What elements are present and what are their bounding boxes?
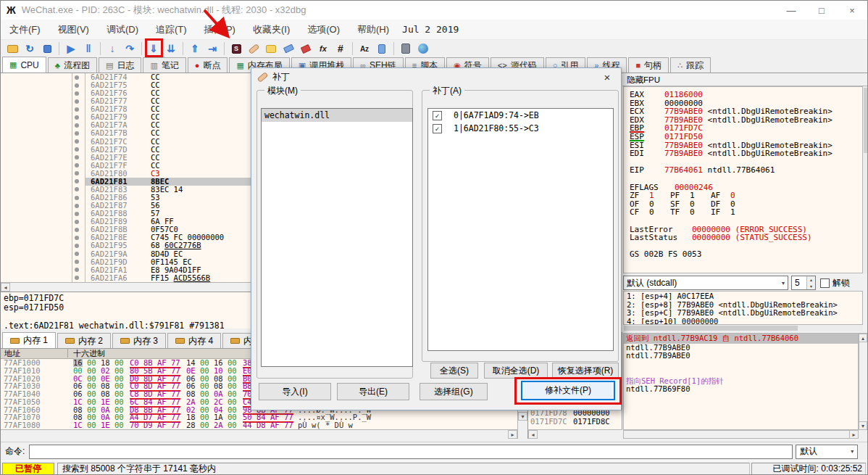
arguments-box[interactable]: 1: [esp+4] A0C17EEA2: [esp+8] 77B9ABE0 <… <box>623 291 863 325</box>
breakpoint-dot-icon[interactable] <box>75 268 79 272</box>
tab-handles[interactable]: ■句柄 <box>628 57 669 73</box>
menu-item-0[interactable]: 文件(F) <box>1 20 49 39</box>
memory-tab-2[interactable]: 内存 2 <box>57 333 111 348</box>
breakpoint-dot-icon[interactable] <box>75 83 79 88</box>
restore-selection-button[interactable]: 恢复选择项(R) <box>552 363 619 379</box>
register-value[interactable]: 01186000 <box>664 91 703 99</box>
register-row[interactable]: EIP77B64061 ntdll.77B64061 <box>630 166 862 175</box>
breakpoint-dot-icon[interactable] <box>75 196 79 200</box>
scroll-down-icon[interactable]: ▾ <box>859 421 867 430</box>
animate-over-icon[interactable]: ⇊ <box>163 41 179 57</box>
register-row[interactable]: EFLAGS00000246 <box>630 183 862 192</box>
breakpoint-dot-icon[interactable] <box>75 75 79 80</box>
detach-icon[interactable]: ⇥ <box>204 41 220 57</box>
menu-item-3[interactable]: 追踪(T) <box>147 20 196 39</box>
registers-vscrollbar[interactable] <box>863 86 868 273</box>
stepper-down-icon[interactable]: ▾ <box>807 283 815 289</box>
scroll-down-icon[interactable]: ▾ <box>518 412 527 421</box>
breakpoint-dot-icon[interactable] <box>75 179 79 183</box>
breakpoint-dot-icon[interactable] <box>75 171 79 175</box>
flag-value[interactable]: 1 <box>649 191 670 200</box>
argument-row[interactable]: 3: [esp+C] 77B9ABE0 <ntdll.DbgUiRemoteBr… <box>627 309 862 318</box>
module-list-item[interactable]: wechatwin.dll <box>262 109 412 122</box>
stack-hscrollbar[interactable]: ◂ <box>527 429 622 439</box>
arguments-hscrollbar[interactable] <box>623 325 863 331</box>
tab-graph[interactable]: ♣流程图 <box>48 57 97 73</box>
pick-groups-button[interactable]: 选择组(G) <box>420 383 488 400</box>
select-all-button[interactable]: 全选(S) <box>430 363 478 379</box>
breakpoint-dot-icon[interactable] <box>75 212 79 216</box>
hide-fpu-button[interactable]: 隐藏FPU <box>622 73 868 86</box>
breakpoint-dot-icon[interactable] <box>75 147 79 152</box>
menu-item-4[interactable]: 插件(P) <box>196 20 244 39</box>
deselect-all-button[interactable]: 取消全选(D) <box>484 363 548 379</box>
register-value[interactable]: 77B9ABE0 <box>664 149 703 158</box>
memory-tab-4[interactable]: 内存 4 <box>167 333 221 348</box>
register-row[interactable]: GS 002B FS 0053 <box>630 250 862 259</box>
maximize-button[interactable]: □ <box>806 1 837 20</box>
scrollbar-thumb[interactable] <box>624 326 798 331</box>
breakpoint-dot-icon[interactable] <box>75 123 79 128</box>
patch-file-button[interactable]: 修补文件(P) <box>521 381 615 400</box>
argument-depth-stepper[interactable]: 5 ▴▾ <box>791 276 816 290</box>
tab-log[interactable]: ▤日志 <box>99 57 141 73</box>
breakpoint-dot-icon[interactable] <box>75 99 79 104</box>
command-profile-select[interactable]: 默认 ▾ <box>796 445 858 459</box>
patch-list-item[interactable]: ✓0|6A7F1AD9:74->EB <box>428 109 613 122</box>
patch-list-item[interactable]: ✓1|6AD21F80:55->C3 <box>428 122 613 135</box>
flag-value[interactable]: 0 <box>730 191 751 200</box>
scrollbar-thumb[interactable] <box>864 88 868 153</box>
flag-value[interactable]: 1 <box>690 191 711 200</box>
scroll-right-icon[interactable]: ▸ <box>508 430 517 439</box>
return-to-line[interactable]: 返回到 ntdll.77B9AC19 自 ntdll.77B64060 <box>624 334 858 344</box>
stepper-up-icon[interactable]: ▴ <box>807 276 815 283</box>
breakpoint-dot-icon[interactable] <box>75 155 79 160</box>
scroll-up-icon[interactable]: ▴ <box>859 334 867 342</box>
menu-item-2[interactable]: 调试(D) <box>98 20 147 39</box>
patch-checkbox[interactable]: ✓ <box>433 124 442 133</box>
register-row[interactable]: OF0SF0DF0 <box>630 200 862 209</box>
import-button[interactable]: 导入(I) <box>259 383 331 400</box>
stack-info-line[interactable] <box>624 360 858 369</box>
memory-tab-1[interactable]: 内存 1 <box>2 332 56 348</box>
flag-value[interactable]: 1 <box>730 208 751 217</box>
register-row[interactable]: EDI77B9ABE0 <ntdll.DbgUiRemoteBreakin> <box>630 149 862 158</box>
dump-hscrollbar[interactable]: ▸ <box>1 429 517 439</box>
menu-item-6[interactable]: 选项(O) <box>299 20 349 39</box>
register-value[interactable]: 77B64061 <box>664 166 703 175</box>
scroll-left-icon[interactable]: ◂ <box>1 283 10 292</box>
register-value[interactable]: 00000000 (STATUS_SUCCESS) <box>692 234 812 242</box>
report-icon[interactable] <box>374 41 390 57</box>
breakpoint-dot-icon[interactable] <box>75 204 79 208</box>
argument-row[interactable]: 1: [esp+4] A0C17EEA <box>627 292 862 301</box>
module-list[interactable]: wechatwin.dll <box>261 108 413 367</box>
scroll-right-icon[interactable]: ▸ <box>849 430 859 439</box>
breakpoint-dot-icon[interactable] <box>75 276 79 280</box>
patch-checkbox[interactable]: ✓ <box>433 111 442 120</box>
flag-value[interactable]: 0 <box>690 208 711 217</box>
breakpoint-dot-icon[interactable] <box>75 115 79 120</box>
pause-icon[interactable]: ‖ <box>80 41 96 57</box>
register-row[interactable]: EAX01186000 <box>630 91 862 99</box>
strings-icon[interactable]: Az <box>356 41 372 57</box>
calling-convention-select[interactable]: 默认 (stdcall) ▾ <box>623 276 788 290</box>
close-button[interactable]: × <box>837 1 867 20</box>
export-button[interactable]: 导出(E) <box>337 383 409 400</box>
info-hscrollbar[interactable]: ▸ <box>623 430 859 439</box>
minimize-button[interactable]: — <box>776 1 806 20</box>
breakpoint-dot-icon[interactable] <box>75 220 79 224</box>
command-input[interactable] <box>29 445 793 459</box>
patch-icon[interactable] <box>246 41 262 57</box>
open-file-icon[interactable] <box>4 41 20 57</box>
breakpoint-dot-icon[interactable] <box>75 228 79 232</box>
script-s-badge-icon[interactable]: S <box>228 41 244 57</box>
breakpoint-dot-icon[interactable] <box>75 244 79 248</box>
menu-item-1[interactable]: 视图(V) <box>49 20 98 39</box>
patch-dialog-titlebar[interactable]: 补丁 <box>251 68 621 86</box>
stack-info-line[interactable]: ntdll.77B9ABE0 <box>624 352 858 360</box>
unlock-checkbox[interactable] <box>820 278 830 288</box>
tab-cpu[interactable]: ▦CPU <box>2 57 46 73</box>
hash-icon[interactable]: # <box>333 41 349 57</box>
tab-notes[interactable]: ▥笔记 <box>143 57 185 73</box>
calculator-icon[interactable] <box>398 41 414 57</box>
